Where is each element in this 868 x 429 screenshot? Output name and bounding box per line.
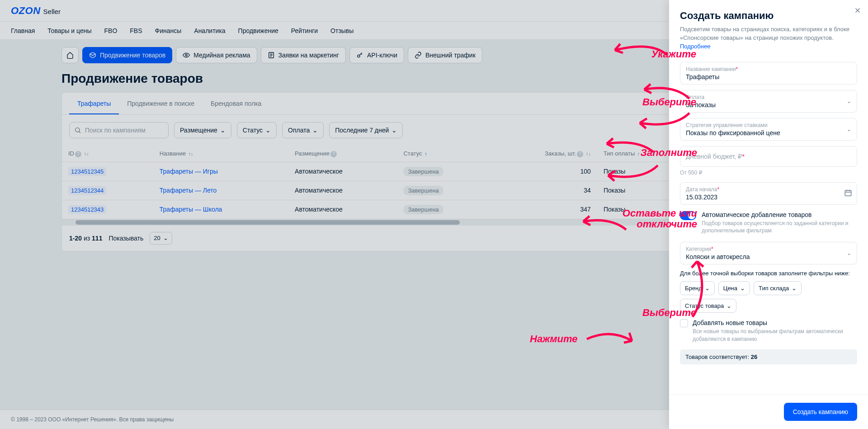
chevron-down-icon: ⌄ (847, 98, 851, 104)
annotation: Выберите (642, 307, 696, 318)
annotation: Оставьте или отключите (623, 208, 697, 230)
strategy-select[interactable]: Стратегия управление ставками Показы по … (680, 118, 857, 141)
matching-count: Товаров соответствует: 26 (680, 349, 857, 364)
checkbox-title: Добавлять новые товары (693, 319, 857, 326)
category-select[interactable]: Категория* Коляски и автокресла ⌄ (680, 242, 857, 264)
filter-brand[interactable]: Бренд ⌄ (680, 281, 715, 295)
chevron-down-icon: ⌄ (847, 126, 851, 132)
checkbox-subtitle: Все новые товары по выбранным фильтрам а… (693, 328, 857, 343)
campaign-name-field[interactable]: Название кампании* Трафареты (680, 62, 857, 85)
filter-price[interactable]: Цена ⌄ (718, 281, 750, 295)
panel-description: Подсветим товары на страницах поиска, ка… (680, 25, 857, 51)
chevron-down-icon: ⌄ (792, 285, 797, 292)
chevron-down-icon: ⌄ (847, 250, 851, 256)
toggle-title: Автоматическое добавление товаров (702, 211, 857, 218)
annotation: Нажмите (530, 334, 578, 344)
chevron-down-icon: ⌄ (705, 285, 710, 292)
close-button[interactable] (854, 5, 862, 17)
calendar-icon (844, 189, 852, 198)
create-campaign-panel: Создать кампанию Подсветим товары на стр… (669, 0, 868, 429)
annotation: Выберите (642, 97, 696, 108)
panel-title: Создать кампанию (680, 10, 857, 22)
chevron-down-icon: ⌄ (726, 302, 731, 309)
chevron-down-icon: ⌄ (740, 285, 745, 292)
close-icon (854, 6, 862, 14)
annotation: Заполните (641, 147, 697, 158)
filter-warehouse[interactable]: Тип склада ⌄ (754, 281, 802, 295)
start-date-field[interactable]: Дата начала* 15.03.2023 (680, 182, 857, 205)
toggle-subtitle: Подбор товаров осуществляется по заданно… (702, 220, 857, 235)
filter-note: Для более точной выборки товаров заполни… (680, 270, 857, 277)
create-campaign-button[interactable]: Создать кампанию (784, 403, 857, 421)
annotation: Укажите (651, 49, 696, 60)
payment-select[interactable]: Оплата За показы ⌄ (680, 90, 857, 113)
budget-field[interactable]: Дневной бюджет, ₽* (680, 146, 857, 167)
svg-rect-4 (845, 190, 851, 196)
budget-hint: От 550 ₽ (680, 170, 857, 176)
add-new-goods-checkbox[interactable] (680, 319, 688, 327)
